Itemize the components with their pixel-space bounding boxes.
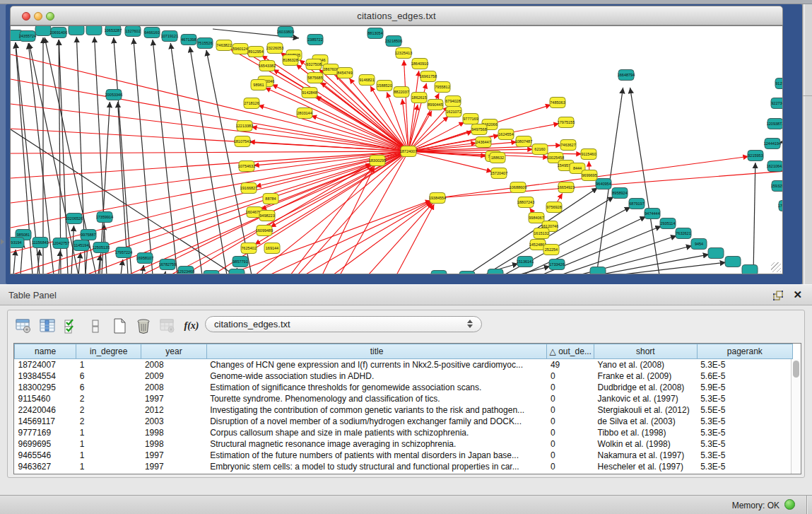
graph-node[interactable]: 9454 (691, 239, 707, 250)
graph-node[interactable]: 252254 (543, 245, 559, 255)
graph-node[interactable]: 1621072 (446, 107, 461, 117)
graph-node[interactable]: 7463822 (216, 40, 232, 51)
graph-node[interactable]: 9227343 (771, 98, 783, 109)
new-table-icon[interactable] (110, 316, 129, 336)
graph-node[interactable]: 20691406 (50, 28, 67, 38)
graph-node[interactable] (204, 271, 219, 275)
column-header-out-de-[interactable]: △ out_de... (547, 344, 594, 359)
graph-node[interactable] (590, 267, 606, 275)
function-builder-icon[interactable]: f(x) (182, 316, 201, 336)
graph-node[interactable]: 15720407 (490, 168, 507, 179)
graph-node[interactable] (69, 26, 84, 35)
graph-node[interactable]: 7955812 (435, 82, 450, 93)
graph-node[interactable]: 12444194 (764, 139, 781, 149)
graph-node[interactable]: 2385722 (307, 35, 323, 45)
graph-node[interactable]: 10807487 (515, 136, 532, 147)
table-row[interactable]: 2242004622012Investigating the contribut… (15, 404, 793, 416)
table-selector-dropdown[interactable]: citations_edges.txt (205, 316, 482, 332)
panel-collapse-arrow-icon[interactable] (1, 239, 4, 245)
graph-node[interactable]: 12505135 (93, 243, 110, 253)
graph-node[interactable]: 23226053 (266, 43, 283, 54)
graph-node[interactable]: 7632621 (676, 228, 691, 239)
table-row[interactable]: 1872400712008Changes of HCN gene express… (15, 359, 793, 370)
window-titlebar[interactable]: citations_edges.txt (10, 6, 783, 25)
graph-node[interactable] (488, 269, 503, 275)
graph-node[interactable] (725, 257, 741, 267)
graph-node[interactable]: 1588520 (377, 81, 392, 91)
graph-node[interactable]: 10754632 (238, 161, 255, 172)
column-header-year[interactable]: year (141, 344, 206, 359)
graph-node[interactable]: 15751074 (782, 59, 783, 69)
graph-node[interactable]: 18724007 (400, 146, 417, 157)
graph-node[interactable]: 7515526 (197, 38, 213, 49)
graph-node[interactable]: 9146821 (359, 75, 375, 86)
graph-node[interactable]: 1733426 (549, 259, 565, 270)
graph-node[interactable]: 24355724 (19, 31, 36, 42)
graph-node[interactable]: 93194 (11, 238, 24, 248)
graph-node[interactable]: 10653287 (105, 26, 122, 36)
graph-node[interactable]: 98961 (251, 80, 266, 90)
unselect-all-functions-icon[interactable] (86, 316, 105, 336)
graph-node[interactable]: 20053346 (105, 90, 122, 100)
graph-node[interactable]: 8990445 (428, 100, 443, 110)
graph-node[interactable]: 1145194 (73, 240, 89, 251)
graph-node[interactable]: 9777169 (463, 114, 478, 124)
graph-node[interactable]: 62160 (532, 144, 548, 155)
graph-node[interactable]: 169144 (264, 243, 280, 254)
graph-node[interactable]: 17359914 (96, 212, 113, 223)
graph-node[interactable]: 23218506 (385, 36, 402, 47)
graph-node[interactable]: 9129946 (775, 78, 783, 89)
graph-node[interactable]: 16648794 (618, 70, 635, 81)
graph-node[interactable]: 17975155 (558, 117, 575, 128)
graph-node[interactable]: 17016504 (778, 201, 783, 211)
table-row[interactable]: 946554611997Estimation of the future num… (15, 450, 793, 461)
graph-node[interactable]: 7463627 (560, 140, 576, 151)
graph-node[interactable]: 9474444 (645, 209, 660, 219)
graph-node[interactable]: 12042757 (52, 238, 69, 249)
graph-node[interactable]: 19166827 (240, 183, 257, 194)
graph-node[interactable]: 2436447 (476, 137, 491, 148)
graph-node[interactable]: 16782759 (159, 259, 176, 270)
table-row[interactable]: 1456911722003Disruption of a novel membe… (15, 416, 793, 427)
graph-node[interactable]: 12093872 (767, 119, 783, 129)
graph-node[interactable]: 10688609 (510, 182, 526, 193)
graph-node[interactable]: 7485063 (550, 98, 565, 108)
graph-node[interactable]: 8813054 (367, 28, 383, 39)
graph-node[interactable]: 2718126 (244, 98, 259, 109)
graph-node[interactable]: 6466160 (144, 28, 160, 38)
graph-node[interactable]: 9857791 (233, 257, 248, 267)
graph-node[interactable]: 188632 (490, 153, 505, 163)
table-row[interactable]: 1938455462009Genome-wide association stu… (15, 370, 793, 382)
column-header-title[interactable]: title (206, 344, 547, 359)
column-header-name[interactable]: name (15, 344, 76, 359)
graph-node[interactable]: 16543382 (259, 61, 276, 71)
graph-node[interactable]: 9215953 (748, 151, 763, 161)
graph-node[interactable]: 16961758 (420, 71, 437, 82)
graph-node[interactable]: 1624554 (498, 129, 514, 140)
graph-node[interactable]: 17957224 (115, 247, 132, 258)
graph-node[interactable]: 5960124 (233, 44, 248, 54)
table-scrollbar[interactable] (791, 359, 800, 474)
graph-node[interactable]: 20206526 (66, 214, 83, 224)
graph-node[interactable] (459, 271, 475, 275)
graph-node[interactable]: 9327508 (306, 59, 322, 70)
graph-node[interactable]: 16210643 (767, 161, 783, 172)
graph-node[interactable]: 18300295 (369, 156, 386, 166)
graph-node[interactable]: 2867608 (323, 64, 339, 75)
show-columns-icon[interactable] (37, 316, 57, 336)
graph-node[interactable]: 2935114 (660, 218, 676, 229)
graph-node[interactable]: 1327602 (125, 26, 141, 37)
table-row[interactable]: 946362711997Embryonic stem cells: a mode… (15, 461, 793, 472)
graph-node[interactable]: 2803144 (297, 108, 312, 119)
float-window-icon[interactable] (772, 290, 784, 301)
table-scrollbar-thumb[interactable] (793, 361, 799, 378)
graph-node[interactable]: 19384554 (429, 193, 446, 204)
table-row[interactable]: 977716911998Corpus callosum shape and si… (15, 427, 793, 438)
graph-node[interactable] (86, 26, 102, 35)
graph-node[interactable]: 9756928 (546, 202, 562, 213)
graph-node[interactable]: 9142848 (302, 88, 317, 98)
graph-node[interactable]: 1615132 (534, 228, 549, 239)
graph-node[interactable]: 9640954 (596, 179, 611, 189)
graph-node[interactable]: 8186328 (283, 55, 298, 66)
graph-node[interactable]: 6794028 (445, 96, 461, 107)
